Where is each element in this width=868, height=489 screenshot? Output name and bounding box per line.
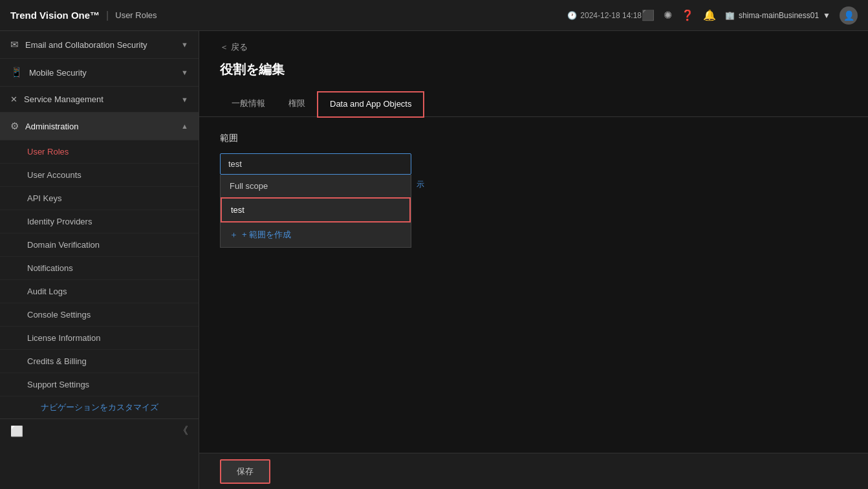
sub-item-label: Console Settings [27,310,91,320]
chevron-down-icon: ▼ [181,41,188,49]
plus-icon: ＋ [230,229,238,241]
tab-general[interactable]: 一般情報 [220,91,277,117]
email-icon: ✉ [10,39,19,50]
sidebar-sub-item-credits-billing[interactable]: Credits & Billing [0,350,199,373]
dropdown-item-full-scope[interactable]: Full scope [221,175,411,197]
sidebar: ✉ Email and Collaboration Security ▼ 📱 M… [0,31,199,489]
sub-item-label: Domain Verification [27,240,100,250]
scope-dropdown: Full scope test ＋ + 範囲を作成 [220,175,411,248]
header-icons-group: ⬛ ✺ ❓ 🔔 🏢 shima-mainBusiness01 ▼ 👤 [642,6,858,25]
dropdown-item-label: test [231,205,244,215]
page-title: 役割を編集 [220,61,847,78]
dropdown-item-label: Full scope [230,181,268,191]
sidebar-item-service-management[interactable]: ✕ Service Management ▼ [0,87,199,113]
back-button[interactable]: ＜ 戻る [220,41,847,53]
sidebar-item-label: Email and Collaboration Security [25,40,175,50]
bottom-bar: 保存 [199,453,868,489]
monitor-icon[interactable]: ⬛ [642,9,655,21]
content-header: ＜ 戻る 役割を編集 [199,31,868,91]
mobile-icon: 📱 [10,67,23,78]
user-menu[interactable]: 🏢 shima-mainBusiness01 ▼ [725,11,830,20]
sidebar-sub-item-api-keys[interactable]: API Keys [0,187,199,210]
sidebar-item-label: Mobile Security [29,68,175,78]
sub-item-label: User Accounts [27,170,81,180]
tab-permissions[interactable]: 権限 [277,91,317,117]
sub-item-label: API Keys [27,193,61,203]
chevron-up-icon: ▲ [181,122,188,130]
customize-nav-link[interactable]: ナビゲーションをカスタマイズ [0,397,199,418]
add-scope-button[interactable]: ＋ + 範囲を作成 [221,223,411,247]
sub-item-label: User Roles [27,147,69,157]
datetime-value: 2024-12-18 14:18 [580,11,642,20]
sidebar-item-label: Administration [25,122,175,131]
sidebar-footer: ⬜ 《 [0,418,199,443]
header-page-subtitle: User Roles [115,10,157,20]
sidebar-sub-item-user-roles[interactable]: User Roles [0,140,199,164]
tab-data-app-objects[interactable]: Data and App Objects [317,91,424,118]
sidebar-sub-item-audit-logs[interactable]: Audit Logs [0,280,199,303]
dropdown-item-test[interactable]: test [221,197,411,223]
tab-data-app-objects-label: Data and App Objects [330,99,411,109]
tabs-row: 一般情報 権限 Data and App Objects [199,91,868,117]
settings-icon[interactable]: ✺ [664,9,672,21]
sidebar-sub-item-license-information[interactable]: License Information [0,327,199,350]
show-more-button[interactable]: 示 [417,179,424,190]
sidebar-item-mobile-security[interactable]: 📱 Mobile Security ▼ [0,59,199,87]
sidebar-sub-item-console-settings[interactable]: Console Settings [0,303,199,327]
scope-input-wrapper [220,153,411,175]
sub-item-label: License Information [27,333,100,343]
sidebar-sub-item-domain-verification[interactable]: Domain Verification [0,234,199,257]
back-label: ＜ 戻る [220,41,248,53]
app-title: Trend Vision One™ [10,10,100,21]
gear-icon: ⚙ [10,120,19,132]
main-layout: ✉ Email and Collaboration Security ▼ 📱 M… [0,31,868,489]
content-area: ＜ 戻る 役割を編集 一般情報 権限 Data and App Objects … [199,31,868,453]
sidebar-sub-item-support-settings[interactable]: Support Settings [0,373,199,397]
sidebar-sub-item-user-accounts[interactable]: User Accounts [0,164,199,187]
business-icon: 🏢 [725,11,735,20]
datetime-display: 🕐 2024-12-18 14:18 [567,11,642,20]
section-title-scope: 範囲 [220,133,847,144]
chevron-down-icon: ▼ [181,69,188,76]
sub-item-label: Credits & Billing [27,356,87,366]
top-header: Trend Vision One™ | User Roles 🕐 2024-12… [0,0,868,31]
form-content: 範囲 Full scope test ＋ [199,117,868,453]
add-scope-label: + 範囲を作成 [242,229,291,241]
user-chevron-icon: ▼ [823,11,830,20]
sidebar-item-email-security[interactable]: ✉ Email and Collaboration Security ▼ [0,31,199,59]
clock-icon: 🕐 [567,11,577,20]
sidebar-item-administration[interactable]: ⚙ Administration ▲ [0,113,199,140]
save-button[interactable]: 保存 [220,459,270,484]
save-label: 保存 [237,466,254,476]
sub-item-label: Audit Logs [27,287,67,296]
tab-permissions-label: 権限 [288,98,305,108]
sub-item-label: Notifications [27,263,73,273]
scope-input[interactable] [220,153,411,175]
sub-item-label: Support Settings [27,380,89,389]
sidebar-sub-item-notifications[interactable]: Notifications [0,257,199,280]
sidebar-footer-icon-right[interactable]: 《 [178,424,188,438]
user-label: shima-mainBusiness01 [739,11,819,20]
customize-nav-label: ナビゲーションをカスタマイズ [41,402,158,412]
avatar[interactable]: 👤 [840,6,858,25]
sub-item-label: Identity Providers [27,217,92,226]
help-icon[interactable]: ❓ [681,9,694,21]
sidebar-footer-icon-left[interactable]: ⬜ [10,425,23,437]
tab-general-label: 一般情報 [232,98,265,108]
sidebar-sub-item-identity-providers[interactable]: Identity Providers [0,210,199,234]
chevron-down-icon: ▼ [181,96,188,103]
sidebar-item-label: Service Management [24,94,175,104]
header-separator: | [106,10,109,21]
bell-icon[interactable]: 🔔 [703,9,716,21]
service-icon: ✕ [10,94,17,104]
